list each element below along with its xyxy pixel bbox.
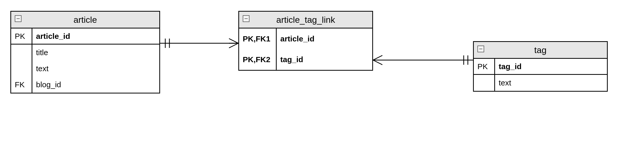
- svg-line-8: [373, 60, 382, 65]
- entity-article-tag-link: article_tag_link PK,FK1 PK,FK2 article_i…: [238, 11, 373, 71]
- attribute-name: tag_id: [277, 49, 372, 70]
- collapse-icon[interactable]: [477, 46, 484, 52]
- attribute-name: blog_id: [32, 77, 159, 93]
- entity-header: tag: [474, 42, 607, 59]
- entity-title: tag: [474, 45, 607, 55]
- svg-line-4: [229, 43, 238, 48]
- entity-title: article: [11, 15, 159, 25]
- attribute-name: article_id: [277, 28, 372, 49]
- entity-title: article_tag_link: [239, 15, 372, 25]
- key-label: PK,FK2: [239, 49, 276, 70]
- attribute-name: tag_id: [495, 59, 607, 75]
- key-label: [11, 61, 32, 77]
- key-label: [11, 45, 32, 61]
- collapse-icon[interactable]: [15, 15, 22, 22]
- svg-line-3: [229, 39, 238, 43]
- entity-header: article: [11, 12, 159, 28]
- key-label: PK,FK1: [239, 28, 276, 49]
- collapse-icon[interactable]: [243, 15, 249, 22]
- entity-article: article PK FK article_id title text blog…: [10, 11, 160, 93]
- entity-tag: tag PK tag_id text: [473, 41, 608, 92]
- key-label: [474, 75, 494, 91]
- attribute-name: text: [32, 61, 159, 77]
- key-label: PK: [11, 28, 32, 45]
- key-label: PK: [474, 59, 494, 75]
- attribute-name: title: [32, 45, 159, 61]
- attribute-name: text: [495, 75, 607, 91]
- attribute-name: article_id: [32, 28, 159, 45]
- key-label: FK: [11, 77, 32, 93]
- svg-line-7: [373, 55, 382, 60]
- entity-header: article_tag_link: [239, 12, 372, 28]
